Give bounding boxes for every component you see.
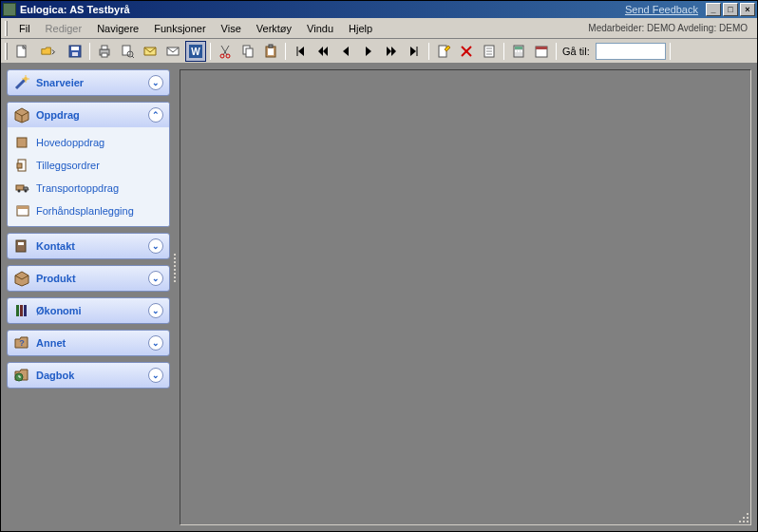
menubar: Fil Rediger Navigere Funksjoner Vise Ver… — [1, 18, 757, 39]
print-preview-icon[interactable] — [117, 41, 138, 62]
calendar-icon[interactable] — [531, 41, 552, 62]
chevron-up-icon: ⌃ — [148, 107, 163, 123]
nav-item-hovedoppdrag[interactable]: Hovedoppdrag — [8, 131, 169, 154]
contacts-icon — [13, 238, 30, 255]
menu-rediger[interactable]: Rediger — [38, 21, 90, 36]
chevron-down-icon: ⌄ — [148, 335, 163, 351]
nav-label: Produkt — [36, 273, 148, 284]
svg-rect-41 — [16, 185, 24, 190]
last-icon[interactable] — [404, 41, 425, 62]
nav-group-annet: ? Annet ⌄ — [7, 330, 170, 356]
status-text: Medarbeider: DEMO Avdeling: DEMO — [588, 23, 753, 33]
svg-rect-31 — [515, 50, 517, 52]
send-feedback-link[interactable]: Send Feedback — [625, 4, 698, 15]
splitter[interactable] — [172, 64, 178, 531]
svg-text:?: ? — [19, 338, 25, 348]
nav-label: Dagbok — [36, 370, 148, 381]
nav-label: Økonomi — [36, 305, 148, 316]
nav-group-oppdrag: Oppdrag ⌃ Hovedoppdrag Tilleggsordrer Tr… — [7, 102, 170, 227]
svg-rect-21 — [269, 45, 273, 48]
menu-funksjoner[interactable]: Funksjoner — [146, 21, 213, 36]
sidebar: Snarveier ⌄ Oppdrag ⌃ Hovedoppdrag Tille… — [1, 64, 172, 531]
mail-send-icon[interactable] — [140, 41, 161, 62]
nav-header-kontakt[interactable]: Kontakt ⌄ — [8, 234, 169, 258]
edit-icon[interactable] — [433, 41, 454, 62]
close-button[interactable]: × — [740, 3, 755, 16]
box-icon — [13, 106, 30, 124]
svg-rect-3 — [72, 52, 78, 56]
prev-page-icon[interactable] — [313, 41, 333, 62]
paste-icon[interactable] — [260, 41, 281, 62]
nav-item-label: Tilleggsordrer — [36, 160, 100, 171]
menu-hjelp[interactable]: Hjelp — [341, 21, 380, 36]
new-icon[interactable] — [11, 41, 32, 62]
svg-rect-32 — [518, 50, 520, 52]
nav-label: Annet — [36, 337, 148, 349]
plan-icon — [15, 203, 30, 218]
svg-point-15 — [220, 54, 224, 58]
svg-rect-30 — [515, 47, 522, 49]
maximize-button[interactable]: □ — [723, 3, 738, 16]
svg-point-37 — [24, 77, 28, 81]
print-icon[interactable] — [94, 41, 115, 62]
word-icon[interactable]: W — [185, 41, 206, 62]
books-icon — [13, 302, 30, 319]
menu-vise[interactable]: Vise — [214, 21, 249, 36]
svg-rect-40 — [17, 163, 22, 168]
menu-navigere[interactable]: Navigere — [89, 21, 146, 36]
svg-rect-18 — [246, 48, 253, 57]
nav-header-okonomi[interactable]: Økonomi ⌄ — [8, 298, 169, 323]
nav-item-transportoppdrag[interactable]: Transportoppdrag — [8, 177, 169, 200]
nav-header-oppdrag[interactable]: Oppdrag ⌃ — [8, 103, 169, 127]
minimize-button[interactable]: _ — [706, 3, 721, 16]
prev-icon[interactable] — [335, 41, 356, 62]
svg-rect-2 — [71, 47, 79, 50]
folder-question-icon: ? — [13, 334, 30, 352]
save-icon[interactable] — [65, 41, 85, 62]
delete-icon[interactable] — [456, 41, 477, 62]
nav-group-kontakt: Kontakt ⌄ — [7, 233, 170, 259]
next-page-icon[interactable] — [381, 41, 402, 62]
svg-rect-35 — [536, 47, 547, 49]
toolbar-grip[interactable] — [5, 43, 8, 60]
svg-rect-20 — [268, 48, 274, 55]
nav-header-dagbok[interactable]: Dagbok ⌄ — [8, 363, 169, 388]
nav-header-annet[interactable]: ? Annet ⌄ — [8, 331, 169, 355]
svg-rect-38 — [17, 138, 27, 147]
app-icon — [3, 3, 16, 16]
chevron-down-icon: ⌄ — [148, 271, 163, 286]
svg-rect-49 — [20, 305, 23, 316]
next-icon[interactable] — [358, 41, 379, 62]
cut-icon[interactable] — [215, 41, 236, 62]
nav-item-forhandsplanlegging[interactable]: Forhåndsplanlegging — [8, 200, 169, 222]
form-icon[interactable] — [479, 41, 500, 62]
resize-grip-icon[interactable] — [737, 511, 749, 522]
nav-group-dagbok: Dagbok ⌄ — [7, 362, 170, 389]
nav-label: Kontakt — [36, 240, 148, 252]
nav-group-produkt: Produkt ⌄ — [7, 265, 170, 292]
menubar-grip[interactable] — [5, 21, 8, 36]
order-icon — [15, 158, 30, 173]
nav-header-snarveier[interactable]: Snarveier ⌄ — [8, 70, 169, 95]
nav-item-label: Hovedoppdrag — [36, 137, 104, 148]
nav-header-produkt[interactable]: Produkt ⌄ — [8, 266, 169, 291]
toolbar: W Gå til: — [1, 39, 757, 64]
mail-icon[interactable] — [162, 41, 183, 62]
workspace: Snarveier ⌄ Oppdrag ⌃ Hovedoppdrag Tille… — [1, 64, 757, 531]
copy-icon[interactable] — [237, 41, 258, 62]
goto-input[interactable] — [596, 43, 666, 60]
first-icon[interactable] — [290, 41, 311, 62]
menu-vindu[interactable]: Vindu — [299, 21, 341, 36]
menu-verktoy[interactable]: Verktøy — [249, 21, 299, 36]
svg-text:W: W — [191, 47, 200, 57]
nav-items-oppdrag: Hovedoppdrag Tilleggsordrer Transportopp… — [8, 127, 169, 226]
wand-icon — [13, 74, 30, 91]
chevron-down-icon: ⌄ — [148, 75, 163, 90]
menu-fil[interactable]: Fil — [11, 21, 38, 36]
open-icon[interactable] — [34, 41, 63, 62]
svg-point-42 — [18, 190, 21, 193]
nav-item-label: Transportoppdrag — [36, 182, 119, 194]
nav-group-snarveier: Snarveier ⌄ — [7, 69, 170, 96]
nav-item-tilleggsordrer[interactable]: Tilleggsordrer — [8, 154, 169, 177]
calculator-icon[interactable] — [508, 41, 529, 62]
